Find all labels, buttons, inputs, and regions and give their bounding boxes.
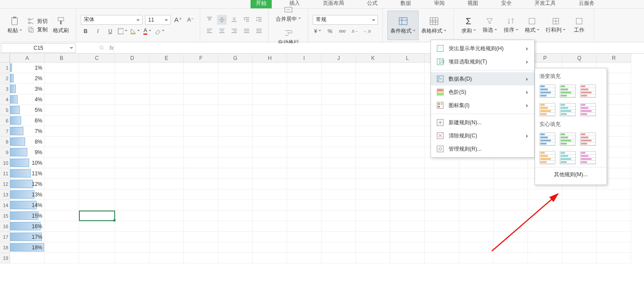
cell-K13[interactable] [356,189,390,200]
cell-L19[interactable] [390,253,425,263]
cell-N14[interactable] [459,200,494,211]
cell-K12[interactable] [356,179,390,189]
cell-K10[interactable] [356,158,390,168]
cell-C18[interactable] [79,242,115,253]
font-size-select[interactable]: 11 [145,15,171,25]
cell-C9[interactable] [79,147,115,158]
cell-L9[interactable] [390,147,425,158]
cell-N16[interactable] [459,221,494,232]
cell-A18[interactable]: 18% [10,242,45,253]
cell-G10[interactable] [218,158,253,168]
cell-D9[interactable] [115,147,150,158]
cell-A5[interactable]: 5% [10,105,45,115]
cell-B2[interactable] [45,73,79,84]
cell-A10[interactable]: 10% [10,158,45,168]
cell-C11[interactable] [79,168,115,179]
cell-B1[interactable] [45,63,79,73]
cell-L4[interactable] [390,94,425,105]
cell-A7[interactable]: 7% [10,126,45,137]
cell-H19[interactable] [253,253,287,263]
cell-B15[interactable] [45,211,79,221]
cell-B19[interactable] [45,253,79,263]
cell-G8[interactable] [218,137,253,147]
format-painter-button[interactable]: 格式刷 [50,15,71,36]
cell-D5[interactable] [115,105,150,115]
tab-security[interactable]: 安全 [496,0,517,8]
cell-A12[interactable]: 12% [10,179,45,189]
cell-D13[interactable] [115,189,150,200]
tab-cloud[interactable]: 云服务 [573,0,600,8]
tab-review[interactable]: 审阅 [429,0,450,8]
distribute-button[interactable] [254,26,264,36]
cell-F17[interactable] [184,232,218,242]
cell-F7[interactable] [184,126,218,137]
align-center-button[interactable] [217,26,227,36]
rowcol-button[interactable]: 行和列 [543,11,568,40]
cell-M15[interactable] [425,211,459,221]
paste-button[interactable]: 粘贴 [4,15,25,36]
cell-N19[interactable] [459,253,494,263]
fill-color-button[interactable] [130,26,140,36]
cell-I13[interactable] [287,189,322,200]
tab-data[interactable]: 数据 [395,0,416,8]
cell-E15[interactable] [150,211,184,221]
cell-M19[interactable] [425,253,459,263]
cell-D15[interactable] [115,211,150,221]
cell-E8[interactable] [150,137,184,147]
cell-L5[interactable] [390,105,425,115]
cell-R15[interactable] [597,211,631,221]
cell-B5[interactable] [45,105,79,115]
row-header-12[interactable]: 12 [0,179,10,189]
cell-L18[interactable] [390,242,425,253]
row-header-5[interactable]: 5 [0,105,10,115]
menu-highlight-rules[interactable]: 突出显示单元格规则(H) [431,42,534,55]
cell-E12[interactable] [150,179,184,189]
cell-K16[interactable] [356,221,390,232]
cell-N13[interactable] [459,189,494,200]
cell-A19[interactable] [10,253,45,263]
cell-E16[interactable] [150,221,184,232]
menu-manage-rules[interactable]: 管理规则(R)... [431,142,534,155]
cell-B6[interactable] [45,115,79,126]
indent-dec-button[interactable] [242,15,251,25]
cell-N18[interactable] [459,242,494,253]
cell-A13[interactable]: 13% [10,189,45,200]
cell-L8[interactable] [390,137,425,147]
col-header-I[interactable]: I [287,54,322,63]
cell-G15[interactable] [218,211,253,221]
cell-E6[interactable] [150,115,184,126]
cell-G6[interactable] [218,115,253,126]
row-header-2[interactable]: 2 [0,73,10,84]
cell-K5[interactable] [356,105,390,115]
cell-C4[interactable] [79,94,115,105]
cell-H12[interactable] [253,179,287,189]
cell-E17[interactable] [150,232,184,242]
cell-J7[interactable] [322,126,356,137]
cell-I19[interactable] [287,253,322,263]
cell-F16[interactable] [184,221,218,232]
cell-C16[interactable] [79,221,115,232]
cell-I10[interactable] [287,158,322,168]
sum-button[interactable]: Σ求和 [458,11,479,40]
cell-C7[interactable] [79,126,115,137]
databar-solid-blue[interactable] [539,133,555,146]
cell-D6[interactable] [115,115,150,126]
cell-K3[interactable] [356,84,390,94]
databar-gradient-orange[interactable] [539,103,555,116]
cell-C8[interactable] [79,137,115,147]
menu-clear-rules[interactable]: 清除规则(C) [431,129,534,142]
col-header-K[interactable]: K [356,54,390,63]
cell-G17[interactable] [218,232,253,242]
cell-H8[interactable] [253,137,287,147]
cell-J11[interactable] [322,168,356,179]
cell-K19[interactable] [356,253,390,263]
cell-C19[interactable] [79,253,115,263]
menu-color-scales[interactable]: 色阶(S) [431,85,534,99]
cell-C2[interactable] [79,73,115,84]
cell-J15[interactable] [322,211,356,221]
cell-H18[interactable] [253,242,287,253]
cell-E4[interactable] [150,94,184,105]
cell-A9[interactable]: 9% [10,147,45,158]
fx-icon[interactable]: fx [109,45,113,51]
menu-new-rule[interactable]: 新建规则(N)... [431,116,534,129]
